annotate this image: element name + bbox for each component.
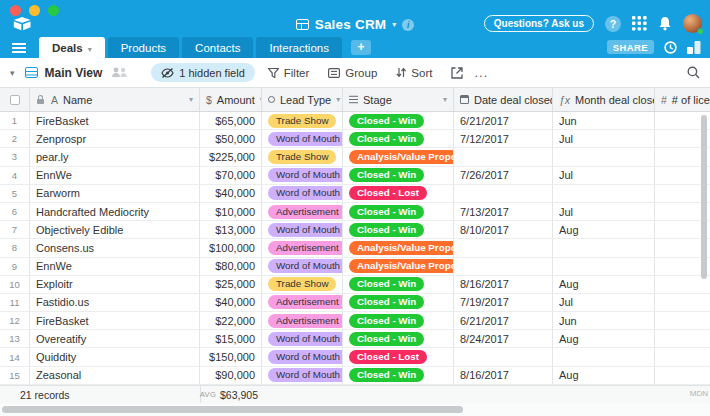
date-closed-cell[interactable]: 7/12/2017 bbox=[454, 130, 553, 147]
row-number[interactable]: 6 bbox=[0, 203, 30, 220]
stage-cell[interactable]: Closed - Win bbox=[343, 203, 454, 220]
name-cell[interactable]: EnnWe bbox=[30, 258, 200, 275]
base-info-icon[interactable]: i bbox=[402, 19, 414, 31]
name-cell[interactable]: Handcrafted Mediocrity bbox=[30, 203, 200, 220]
select-all-header[interactable] bbox=[0, 88, 30, 111]
amount-summary[interactable]: AVG $63,905 bbox=[200, 386, 262, 403]
name-cell[interactable]: FireBasket bbox=[30, 312, 200, 329]
column-header[interactable]: $Amount▾ bbox=[200, 88, 262, 111]
stage-cell[interactable]: Closed - Win bbox=[343, 221, 454, 238]
amount-cell[interactable]: $90,000 bbox=[200, 367, 262, 384]
month-closed-cell[interactable]: Jun bbox=[553, 312, 655, 329]
stage-cell[interactable]: Closed - Win bbox=[343, 130, 454, 147]
name-cell[interactable]: Overeatify bbox=[30, 330, 200, 347]
row-number[interactable]: 2 bbox=[0, 130, 30, 147]
lead-type-cell[interactable]: Word of Mouth bbox=[262, 221, 343, 238]
column-caret-icon[interactable]: ▾ bbox=[443, 95, 447, 104]
date-closed-cell[interactable]: 7/19/2017 bbox=[454, 294, 553, 311]
row-number[interactable]: 7 bbox=[0, 221, 30, 238]
date-closed-cell[interactable] bbox=[454, 239, 553, 256]
amount-cell[interactable]: $65,000 bbox=[200, 112, 262, 129]
month-closed-cell[interactable] bbox=[553, 148, 655, 165]
row-number[interactable]: 8 bbox=[0, 239, 30, 256]
date-closed-cell[interactable]: 8/24/2017 bbox=[454, 330, 553, 347]
amount-cell[interactable]: $22,000 bbox=[200, 312, 262, 329]
month-closed-cell[interactable] bbox=[553, 258, 655, 275]
column-caret-icon[interactable]: ▾ bbox=[189, 95, 193, 104]
licenses-cell[interactable] bbox=[655, 312, 710, 329]
lead-type-cell[interactable]: Word of Mouth bbox=[262, 330, 343, 347]
amount-cell[interactable]: $40,000 bbox=[200, 185, 262, 202]
row-number[interactable]: 15 bbox=[0, 367, 30, 384]
stage-cell[interactable]: Closed - Win bbox=[343, 112, 454, 129]
amount-cell[interactable]: $15,000 bbox=[200, 330, 262, 347]
lead-type-cell[interactable]: Trade Show bbox=[262, 148, 343, 165]
amount-cell[interactable]: $80,000 bbox=[200, 258, 262, 275]
month-closed-cell[interactable] bbox=[553, 185, 655, 202]
date-closed-cell[interactable]: 7/26/2017 bbox=[454, 167, 553, 184]
close-window-button[interactable] bbox=[10, 5, 21, 16]
month-closed-cell[interactable]: Aug bbox=[553, 276, 655, 293]
amount-cell[interactable]: $150,000 bbox=[200, 348, 262, 365]
month-closed-cell[interactable]: Aug bbox=[553, 221, 655, 238]
sort-button[interactable]: Sort bbox=[390, 64, 438, 82]
licenses-cell[interactable] bbox=[655, 348, 710, 365]
month-closed-cell[interactable] bbox=[553, 348, 655, 365]
lead-type-cell[interactable]: Word of Mouth bbox=[262, 185, 343, 202]
row-number[interactable]: 1 bbox=[0, 112, 30, 129]
stage-cell[interactable]: Closed - Lost bbox=[343, 348, 454, 365]
column-header[interactable]: Stage▾ bbox=[343, 88, 454, 111]
row-number[interactable]: 4 bbox=[0, 167, 30, 184]
stage-cell[interactable]: Analysis/Value Proposition bbox=[343, 258, 454, 275]
amount-cell[interactable]: $40,000 bbox=[200, 294, 262, 311]
amount-cell[interactable]: $13,000 bbox=[200, 221, 262, 238]
tab-contacts[interactable]: Contacts bbox=[182, 37, 253, 58]
user-avatar[interactable] bbox=[683, 14, 702, 33]
lead-type-cell[interactable]: Advertisement bbox=[262, 312, 343, 329]
name-cell[interactable]: Earworm bbox=[30, 185, 200, 202]
month-closed-cell[interactable]: Aug bbox=[553, 367, 655, 384]
date-closed-cell[interactable]: 8/16/2017 bbox=[454, 276, 553, 293]
date-closed-cell[interactable]: 8/10/2017 bbox=[454, 221, 553, 238]
licenses-cell[interactable] bbox=[655, 294, 710, 311]
date-closed-cell[interactable] bbox=[454, 258, 553, 275]
month-closed-cell[interactable]: Jul bbox=[553, 167, 655, 184]
date-closed-cell[interactable]: 8/16/2017 bbox=[454, 367, 553, 384]
lead-type-cell[interactable]: Trade Show bbox=[262, 112, 343, 129]
stage-cell[interactable]: Closed - Lost bbox=[343, 185, 454, 202]
lead-type-cell[interactable]: Word of Mouth bbox=[262, 167, 343, 184]
month-closed-cell[interactable] bbox=[553, 239, 655, 256]
view-name[interactable]: Main View bbox=[45, 66, 103, 80]
lead-type-cell[interactable]: Word of Mouth bbox=[262, 130, 343, 147]
name-cell[interactable]: Zenprospr bbox=[30, 130, 200, 147]
name-cell[interactable]: pear.ly bbox=[30, 148, 200, 165]
lead-type-cell[interactable]: Trade Show bbox=[262, 276, 343, 293]
row-number[interactable]: 3 bbox=[0, 148, 30, 165]
more-options-button[interactable]: ... bbox=[470, 65, 492, 80]
row-number[interactable]: 13 bbox=[0, 330, 30, 347]
name-cell[interactable]: EnnWe bbox=[30, 167, 200, 184]
amount-cell[interactable]: $100,000 bbox=[200, 239, 262, 256]
vertical-scrollbar[interactable] bbox=[701, 115, 707, 279]
stage-cell[interactable]: Closed - Win bbox=[343, 367, 454, 384]
name-cell[interactable]: Objectively Edible bbox=[30, 221, 200, 238]
stage-cell[interactable]: Closed - Win bbox=[343, 312, 454, 329]
share-view-icon[interactable] bbox=[451, 67, 463, 79]
stage-cell[interactable]: Closed - Win bbox=[343, 167, 454, 184]
minimize-window-button[interactable] bbox=[29, 5, 40, 16]
history-clock-icon[interactable] bbox=[664, 41, 677, 54]
lead-type-cell[interactable]: Advertisement bbox=[262, 239, 343, 256]
hidden-fields-button[interactable]: 1 hidden field bbox=[151, 63, 254, 82]
zoom-window-button[interactable] bbox=[48, 5, 59, 16]
date-closed-cell[interactable]: 6/21/2017 bbox=[454, 112, 553, 129]
column-header[interactable]: ƒxMonth deal closed▾ bbox=[553, 88, 655, 111]
column-header[interactable]: AName▾ bbox=[30, 88, 200, 111]
row-number[interactable]: 9 bbox=[0, 258, 30, 275]
column-header[interactable]: Date deal closed▾ bbox=[454, 88, 553, 111]
month-closed-cell[interactable]: Jun bbox=[553, 112, 655, 129]
filter-button[interactable]: Filter bbox=[262, 64, 316, 82]
lead-type-cell[interactable]: Advertisement bbox=[262, 203, 343, 220]
notifications-bell-icon[interactable] bbox=[658, 16, 672, 31]
lead-type-cell[interactable]: Advertisement bbox=[262, 294, 343, 311]
amount-cell[interactable]: $70,000 bbox=[200, 167, 262, 184]
